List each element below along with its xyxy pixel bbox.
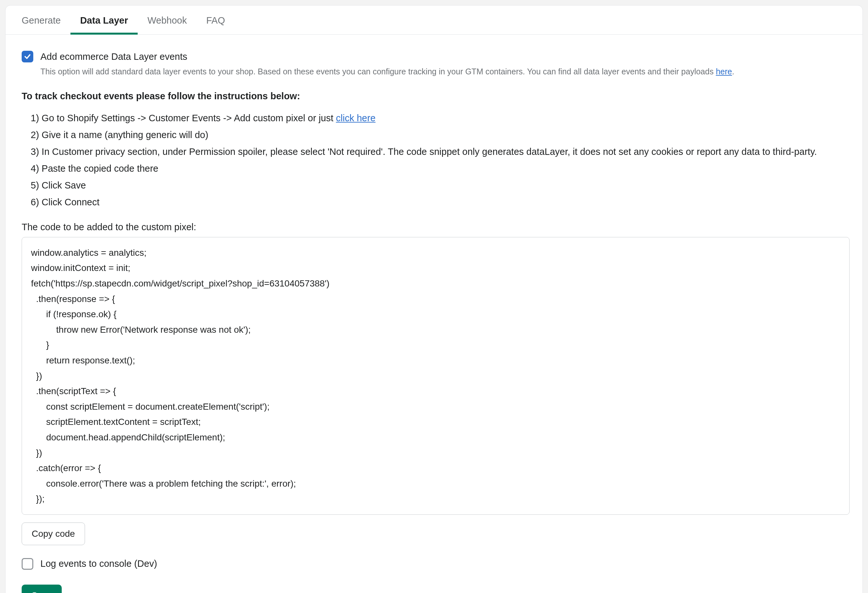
log-events-row: Log events to console (Dev) — [22, 558, 850, 570]
instructions-heading: To track checkout events please follow t… — [22, 91, 850, 102]
step-5: 5) Click Save — [31, 179, 850, 192]
helper-here-link[interactable]: here — [716, 67, 732, 76]
tab-generate[interactable]: Generate — [22, 6, 61, 34]
save-button[interactable]: Save — [22, 585, 62, 593]
step-2: 2) Give it a name (anything generic will… — [31, 128, 850, 142]
add-events-label: Add ecommerce Data Layer events — [40, 52, 187, 62]
helper-text-post: . — [732, 67, 734, 76]
add-events-helper: This option will add standard data layer… — [40, 66, 850, 78]
tab-content: Add ecommerce Data Layer events This opt… — [6, 35, 862, 593]
step-4: 4) Paste the copied code there — [31, 162, 850, 175]
checkmark-icon — [24, 53, 31, 60]
tab-webhook[interactable]: Webhook — [148, 6, 187, 34]
settings-card: Generate Data Layer Webhook FAQ Add ecom… — [5, 5, 863, 593]
code-label: The code to be added to the custom pixel… — [22, 222, 850, 232]
log-events-checkbox[interactable] — [22, 558, 33, 570]
tabs-bar: Generate Data Layer Webhook FAQ — [6, 6, 862, 35]
add-events-checkbox[interactable] — [22, 51, 33, 62]
code-box[interactable]: window.analytics = analytics; window.ini… — [22, 237, 850, 515]
step-1-link[interactable]: click here — [336, 113, 376, 123]
step-3: 3) In Customer privacy section, under Pe… — [31, 145, 850, 158]
step-1: 1) Go to Shopify Settings -> Customer Ev… — [31, 111, 850, 125]
instructions-list: 1) Go to Shopify Settings -> Customer Ev… — [31, 111, 850, 209]
step-6: 6) Click Connect — [31, 195, 850, 209]
helper-text-pre: This option will add standard data layer… — [40, 67, 716, 76]
copy-code-button[interactable]: Copy code — [22, 522, 85, 545]
step-1-text: 1) Go to Shopify Settings -> Customer Ev… — [31, 113, 336, 123]
add-events-row: Add ecommerce Data Layer events — [22, 51, 850, 62]
tab-data-layer[interactable]: Data Layer — [80, 6, 128, 34]
tab-faq[interactable]: FAQ — [206, 6, 225, 34]
log-events-label: Log events to console (Dev) — [40, 558, 157, 569]
